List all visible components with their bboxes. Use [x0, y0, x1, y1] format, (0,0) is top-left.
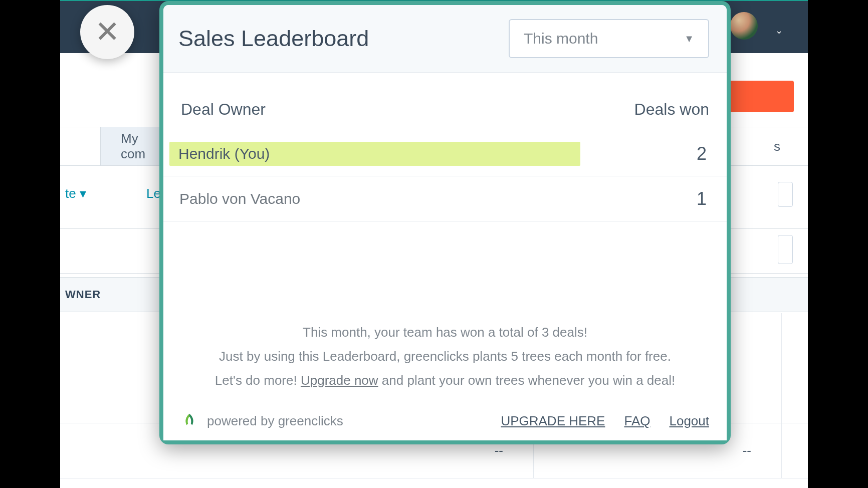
modal-overlay: ✕ Sales Leaderboard This month ▼ Deal Ow…: [0, 0, 868, 488]
logout-link[interactable]: Logout: [669, 413, 709, 429]
deals-count: 2: [697, 143, 709, 164]
leaf-icon: [181, 412, 198, 429]
close-button[interactable]: ✕: [80, 5, 134, 59]
column-headers: Deal Owner Deals won: [163, 73, 727, 131]
leaderboard-modal: Sales Leaderboard This month ▼ Deal Owne…: [159, 1, 731, 444]
message-line-1: This month, your team has won a total of…: [178, 320, 712, 344]
modal-header: Sales Leaderboard This month ▼: [163, 5, 727, 73]
owner-name-highlighted: Hendrik (You): [169, 142, 580, 166]
message-line-2: Just by using this Leaderboard, greencli…: [178, 344, 712, 368]
close-icon: ✕: [95, 17, 120, 47]
column-deals-won: Deals won: [634, 100, 709, 119]
dropdown-arrow-icon: ▼: [684, 33, 694, 45]
column-deal-owner: Deal Owner: [181, 100, 266, 119]
modal-body: Deal Owner Deals won Hendrik (You) 2 Pab…: [163, 73, 727, 440]
period-label: This month: [524, 30, 598, 47]
message-line-3: Let's do more! Upgrade now and plant you…: [178, 368, 712, 392]
promo-message: This month, your team has won a total of…: [163, 320, 727, 412]
upgrade-here-link[interactable]: UPGRADE HERE: [501, 413, 605, 429]
upgrade-now-link[interactable]: Upgrade now: [301, 373, 378, 388]
modal-footer: powered by greenclicks UPGRADE HERE FAQ …: [163, 412, 727, 440]
powered-by-text: powered by greenclicks: [207, 413, 343, 429]
modal-title: Sales Leaderboard: [178, 26, 369, 52]
leaderboard-row: Hendrik (You) 2: [163, 131, 727, 176]
owner-name: Pablo von Vacano: [169, 190, 300, 207]
faq-link[interactable]: FAQ: [624, 413, 650, 429]
leaderboard-row: Pablo von Vacano 1: [163, 176, 727, 221]
deals-count: 1: [697, 188, 709, 209]
period-select[interactable]: This month ▼: [509, 19, 709, 58]
